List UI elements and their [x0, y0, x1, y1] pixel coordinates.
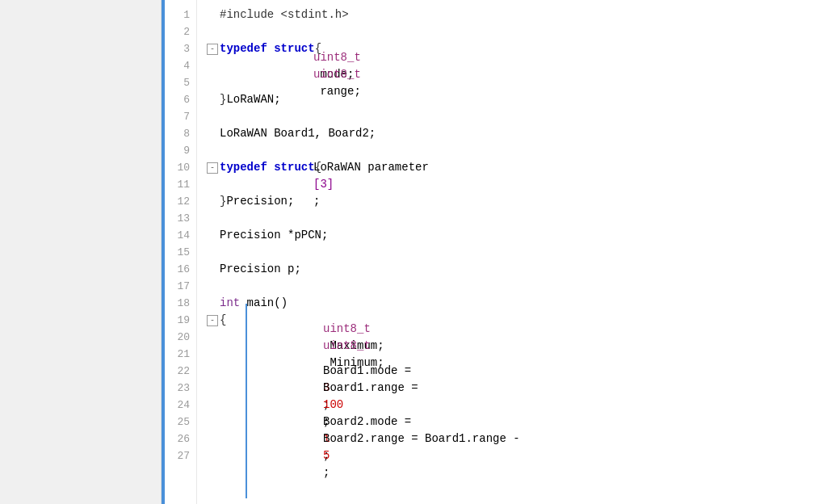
line-num-20: 20 [165, 329, 190, 346]
code-line-1: #include <stdint.h> [207, 6, 827, 23]
line-num-6: 6 [165, 91, 190, 108]
line-num-3: 3 [165, 40, 190, 57]
line-num-5: 5 [165, 74, 190, 91]
line-num-17: 17 [165, 278, 190, 295]
code-line-16: Precision p; [207, 261, 827, 278]
code-line-17 [207, 278, 827, 295]
line-num-10: 10 [165, 159, 190, 176]
line-num-25: 25 [165, 414, 190, 430]
line-num-12: 12 [165, 193, 190, 210]
line-num-21: 21 [165, 346, 190, 363]
line-num-18: 18 [165, 295, 190, 312]
line-num-1: 1 [165, 6, 190, 23]
code-line-27: Board2.range = Board1.range - 5 ; [207, 447, 827, 464]
line-num-11: 11 [165, 176, 190, 193]
code-line-15 [207, 244, 827, 261]
code-line-5: uint8_t range; [207, 74, 827, 91]
line-num-13: 13 [165, 210, 190, 227]
code-line-11: LoRaWAN parameter [3] ; [207, 176, 827, 193]
line-num-23: 23 [165, 380, 190, 397]
line-num-8: 8 [165, 125, 190, 142]
line-num-19: 19 [165, 312, 190, 329]
code-line-14: Precision *pPCN; [207, 227, 827, 244]
line-num-4: 4 [165, 57, 190, 74]
left-sidebar [0, 0, 162, 504]
fold-icon-10[interactable]: - [207, 162, 218, 174]
line-num-22: 22 [165, 363, 190, 380]
line-num-9: 9 [165, 142, 190, 159]
line-num-26: 26 [165, 430, 190, 447]
line-numbers: 1 2 3 4 5 6 7 8 9 10 11 12 13 14 15 16 1… [165, 0, 197, 504]
code-content[interactable]: #include <stdint.h> - typedef struct { u… [197, 0, 827, 504]
line-num-15: 15 [165, 244, 190, 261]
code-line-8: LoRaWAN Board1, Board2; [207, 125, 827, 142]
fold-icon-19[interactable]: - [207, 315, 218, 326]
line-num-16: 16 [165, 261, 190, 278]
line-num-27: 27 [165, 447, 190, 464]
line-num-7: 7 [165, 108, 190, 125]
editor-container: 1 2 3 4 5 6 7 8 9 10 11 12 13 14 15 16 1… [0, 0, 827, 504]
editor-area: 1 2 3 4 5 6 7 8 9 10 11 12 13 14 15 16 1… [162, 0, 827, 504]
fold-icon-3[interactable]: - [207, 44, 218, 55]
line-num-2: 2 [165, 23, 190, 40]
line-num-14: 14 [165, 227, 190, 244]
line-num-24: 24 [165, 397, 190, 414]
